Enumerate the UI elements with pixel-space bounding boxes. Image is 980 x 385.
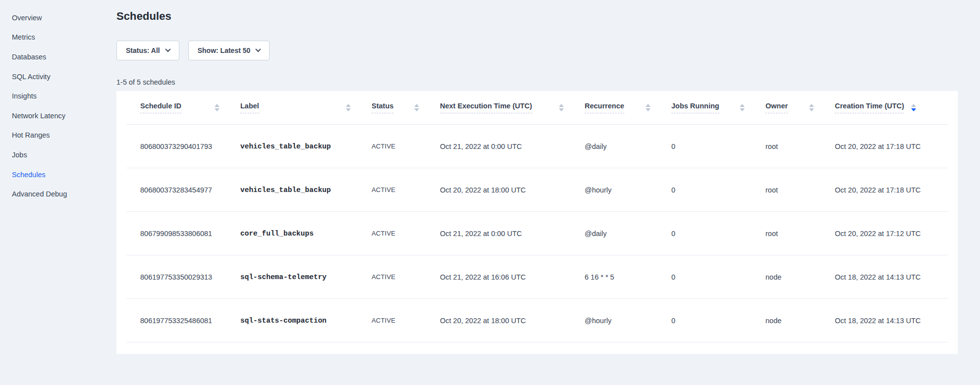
- cell-creation-time: Oct 18, 2022 at 14:13 UTC: [835, 317, 935, 325]
- sidebar-item-label: Advanced Debug: [12, 190, 67, 198]
- cell-owner: node: [765, 273, 835, 281]
- cell-label: vehicles_table_backup: [240, 186, 372, 194]
- column-header-label: Creation Time (UTC): [835, 102, 904, 113]
- sort-icon[interactable]: [646, 104, 651, 111]
- column-header-label: Recurrence: [585, 102, 624, 113]
- sort-icon[interactable]: [911, 104, 916, 111]
- sort-icon[interactable]: [215, 104, 219, 111]
- sidebar-item[interactable]: SQL Activity: [12, 67, 107, 87]
- cell-next-execution-time: Oct 21, 2022 at 0:00 UTC: [440, 143, 585, 150]
- sidebar-item[interactable]: Insights: [12, 86, 107, 106]
- sidebar-item[interactable]: Hot Ranges: [12, 126, 107, 145]
- column-header-label: Schedule ID: [140, 102, 181, 113]
- column-header-label: Next Execution Time (UTC): [440, 102, 532, 113]
- sort-down-arrow-icon: [911, 108, 916, 111]
- show-filter-label: Show: Latest 50: [198, 47, 251, 54]
- column-header-label: Owner: [765, 102, 788, 113]
- table-row[interactable]: 806799098533806081 core_full_backups ACT…: [126, 212, 948, 255]
- column-header[interactable]: Jobs Running: [671, 102, 765, 113]
- sidebar-item[interactable]: Network Latency: [12, 106, 107, 126]
- cell-schedule-id: 806197753325486081: [140, 317, 240, 325]
- column-header-label: Status: [372, 102, 393, 113]
- cell-schedule-id: 806800373283454977: [140, 186, 240, 194]
- sort-up-arrow-icon: [809, 104, 814, 107]
- sort-down-arrow-icon: [559, 108, 564, 111]
- sort-down-arrow-icon: [646, 108, 651, 111]
- cell-next-execution-time: Oct 20, 2022 at 18:00 UTC: [440, 186, 585, 194]
- cell-label: vehicles_table_backup: [240, 143, 372, 150]
- column-header[interactable]: Label: [240, 102, 372, 113]
- cell-status: ACTIVE: [372, 143, 440, 150]
- column-header[interactable]: Recurrence: [585, 102, 671, 113]
- chevron-down-icon: [165, 46, 170, 51]
- cell-recurrence: @daily: [585, 230, 671, 238]
- table-row[interactable]: 806800373283454977 vehicles_table_backup…: [126, 168, 948, 212]
- sort-icon[interactable]: [559, 104, 564, 111]
- cell-creation-time: Oct 18, 2022 at 14:13 UTC: [835, 273, 935, 281]
- cell-creation-time: Oct 20, 2022 at 17:18 UTC: [835, 143, 935, 150]
- page-title: Schedules: [116, 10, 958, 23]
- sort-up-arrow-icon: [646, 104, 651, 107]
- cell-creation-time: Oct 20, 2022 at 17:12 UTC: [835, 230, 935, 238]
- sidebar-item[interactable]: Databases: [12, 47, 107, 67]
- sidebar-item-label: Overview: [12, 14, 42, 22]
- sort-down-arrow-icon: [346, 108, 351, 111]
- sort-down-arrow-icon: [414, 108, 419, 111]
- chevron-down-icon: [256, 46, 261, 51]
- sidebar-item[interactable]: Overview: [12, 8, 107, 28]
- column-header[interactable]: Schedule ID: [140, 102, 240, 113]
- status-filter-dropdown[interactable]: Status: All: [116, 41, 179, 60]
- table-header-row: Schedule ID Label Status: [126, 91, 948, 125]
- cell-label: core_full_backups: [240, 230, 372, 238]
- cell-recurrence: @hourly: [585, 186, 671, 194]
- sort-icon[interactable]: [414, 104, 419, 111]
- sort-up-arrow-icon: [414, 104, 419, 107]
- cell-owner: root: [765, 143, 835, 150]
- sort-icon[interactable]: [740, 104, 745, 111]
- schedules-table-card: Schedule ID Label Status: [116, 91, 958, 354]
- filter-bar: Status: All Show: Latest 50: [116, 41, 958, 60]
- sort-up-arrow-icon: [740, 104, 745, 107]
- sidebar-item-label: Schedules: [12, 171, 46, 179]
- sidebar-item-label: Insights: [12, 92, 37, 100]
- column-header[interactable]: Status: [372, 102, 440, 113]
- cell-creation-time: Oct 20, 2022 at 17:18 UTC: [835, 186, 935, 194]
- table-row[interactable]: 806800373290401793 vehicles_table_backup…: [126, 125, 948, 168]
- column-header-label: Label: [240, 102, 259, 113]
- sort-up-arrow-icon: [911, 104, 916, 107]
- column-header[interactable]: Owner: [765, 102, 835, 113]
- cell-status: ACTIVE: [372, 317, 440, 324]
- sort-up-arrow-icon: [215, 104, 219, 107]
- sidebar-item[interactable]: Advanced Debug: [12, 184, 107, 204]
- cell-owner: root: [765, 186, 835, 194]
- sidebar-item-label: Databases: [12, 53, 46, 61]
- column-header[interactable]: Creation Time (UTC): [835, 102, 935, 113]
- cell-status: ACTIVE: [372, 230, 440, 237]
- page: Overview Metrics Databases SQL Activity …: [0, 0, 980, 385]
- cell-next-execution-time: Oct 21, 2022 at 16:06 UTC: [440, 273, 585, 281]
- results-count: 1-5 of 5 schedules: [116, 78, 958, 86]
- sort-icon[interactable]: [809, 104, 814, 111]
- sidebar-item-label: Jobs: [12, 151, 27, 159]
- table-row[interactable]: 806197753325486081 sql-stats-compaction …: [126, 299, 948, 342]
- sort-down-arrow-icon: [809, 108, 814, 111]
- sort-icon[interactable]: [346, 104, 351, 111]
- sidebar-item[interactable]: Metrics: [12, 28, 107, 48]
- cell-owner: root: [765, 230, 835, 238]
- cell-next-execution-time: Oct 20, 2022 at 18:00 UTC: [440, 317, 585, 325]
- table-row[interactable]: 806197753350029313 sql-schema-telemetry …: [126, 255, 948, 299]
- cell-owner: node: [765, 317, 835, 325]
- cell-schedule-id: 806799098533806081: [140, 230, 240, 238]
- sidebar-item-label: Network Latency: [12, 112, 65, 120]
- sort-up-arrow-icon: [346, 104, 351, 107]
- cell-jobs-running: 0: [671, 273, 765, 281]
- column-header-label: Jobs Running: [671, 102, 719, 113]
- sidebar-item[interactable]: Jobs: [12, 145, 107, 165]
- show-filter-dropdown[interactable]: Show: Latest 50: [188, 41, 270, 60]
- sidebar-item-label: Hot Ranges: [12, 131, 50, 139]
- cell-recurrence: 6 16 * * 5: [585, 273, 671, 281]
- sidebar-item[interactable]: Schedules: [12, 165, 107, 185]
- cell-label: sql-schema-telemetry: [240, 273, 372, 281]
- column-header[interactable]: Next Execution Time (UTC): [440, 102, 585, 113]
- main-content: Schedules Status: All Show: Latest 50 1-…: [107, 0, 980, 385]
